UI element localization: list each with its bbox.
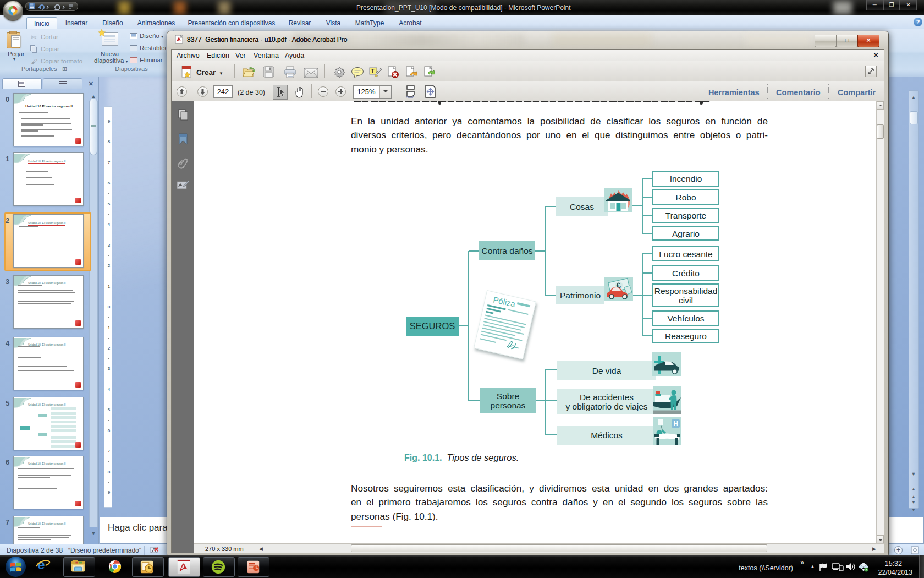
svg-text:H: H [674,420,679,428]
svg-text:T: T [371,68,375,74]
svg-text:e: e [37,557,45,572]
